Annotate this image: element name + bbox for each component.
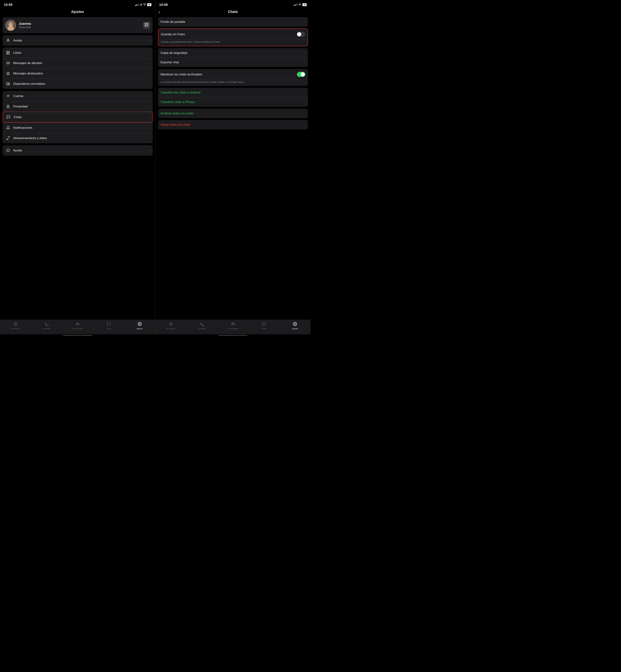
status-time-right: 10:09 (159, 3, 168, 7)
llamadas-icon-right (200, 322, 204, 327)
chats-label: Chats (13, 115, 149, 119)
tab-ajustes-right[interactable]: Ajustes (280, 322, 310, 330)
signal-icon-right (294, 4, 297, 6)
tab-chats-right[interactable]: Chats (248, 322, 280, 330)
tab-label-ajustes-right: Ajustes (292, 328, 298, 330)
privacidad-item[interactable]: Privacidad › (3, 101, 153, 112)
svg-rect-33 (7, 106, 9, 108)
novedades-icon-right (169, 322, 173, 327)
chats-icon (5, 114, 11, 120)
svg-point-39 (14, 322, 17, 326)
account-group: Cuenta › Privacidad › (3, 91, 153, 143)
chats-tab-icon-left (107, 322, 111, 327)
almacenamiento-item[interactable]: Almacenamiento y datos › (3, 133, 153, 143)
tab-novedades-right[interactable]: Novedades (155, 322, 187, 330)
chats-item[interactable]: Chats › (3, 112, 152, 122)
tab-comunidades-left[interactable]: Comunidades (62, 322, 93, 330)
tab-novedades-left[interactable]: Novedades (0, 322, 31, 330)
svg-point-25 (7, 51, 7, 52)
profile-card[interactable]: Juanma Disponible (3, 17, 153, 33)
vaciar-todos-item[interactable]: Vaciar todos los chats (158, 120, 308, 129)
guardar-fotos-label: Guardar en Fotos (161, 33, 297, 36)
battery-badge-right: 32 (302, 3, 306, 6)
tab-bar-right: Novedades Llamadas Comunidades (155, 320, 310, 334)
qr-button[interactable] (143, 22, 150, 29)
ayuda-item[interactable]: Ayuda › (3, 145, 153, 156)
copia-seguridad-item[interactable]: Copia de seguridad › (158, 48, 308, 57)
fondo-group: Fondo de pantalla › (158, 17, 308, 27)
svg-rect-28 (6, 83, 9, 84)
right-header: ‹ Chats (155, 8, 310, 15)
guardar-fotos-toggle[interactable] (297, 32, 305, 37)
avatar-label: Avatar (13, 39, 149, 42)
dispositivos-icon (5, 81, 11, 87)
profile-status: Disponible (19, 26, 140, 29)
right-header-title: Chats (228, 10, 238, 14)
toggle-knob-mantener (301, 72, 305, 77)
comunidades-icon-left (76, 322, 80, 327)
tab-comunidades-right[interactable]: Comunidades (217, 322, 248, 330)
notificaciones-item[interactable]: Notificaciones › (3, 123, 153, 133)
privacidad-label: Privacidad (13, 104, 149, 108)
almacenamiento-label: Almacenamiento y datos (13, 136, 149, 140)
listas-item[interactable]: Listas › (3, 48, 153, 58)
transferir-android-item[interactable]: Transferir los chats a Android (158, 88, 308, 97)
tab-label-novedades-right: Novedades (166, 328, 175, 330)
destacados-item[interactable]: Mensajes destacados › (3, 68, 153, 79)
status-bar-left: 10:09 ⌘ 32 (0, 0, 155, 8)
dispositivos-label: Dispositivos vinculados (13, 82, 149, 86)
cuenta-item[interactable]: Cuenta › (3, 91, 153, 101)
transferir-iphone-item[interactable]: Transferir chats a iPhone (158, 97, 308, 107)
tab-label-ajustes-left: Ajustes (137, 328, 142, 330)
tab-label-chats-left: Chats (106, 328, 111, 330)
ajustes-tab-icon-left (138, 322, 142, 327)
svg-rect-11 (145, 26, 146, 26)
wifi-icon: ⌘ (140, 3, 146, 6)
avatar-chevron: › (149, 39, 150, 42)
listas-icon (5, 50, 11, 56)
tab-label-comunidades-left: Comunidades (72, 328, 83, 330)
guardar-highlight-wrapper: Guardar en Fotos Guarda automáticamente … (158, 29, 308, 46)
tab-label-chats-right: Chats (262, 328, 266, 330)
vaciar-group: Vaciar todos los chats (158, 120, 308, 129)
avatar-icon (5, 38, 11, 43)
llamadas-icon-left (44, 322, 49, 327)
tab-label-comunidades-right: Comunidades (227, 328, 238, 330)
copia-seguridad-label: Copia de seguridad (161, 51, 304, 55)
mantener-archivados-item[interactable]: Mantener los chats archivados (158, 69, 308, 80)
tab-ajustes-left[interactable]: Ajustes (124, 322, 155, 330)
tab-chats-left[interactable]: Chats (93, 322, 124, 330)
profile-info: Juanma Disponible (19, 22, 140, 29)
novedades-icon-left (13, 322, 17, 327)
avatar-item[interactable]: Avatar › (3, 35, 153, 46)
mantener-archivados-label: Mantener los chats archivados (161, 73, 297, 76)
svg-point-43 (76, 322, 78, 324)
svg-point-47 (170, 323, 171, 325)
exportar-chat-item[interactable]: Exportar chat › (158, 57, 308, 67)
status-time-left: 10:09 (4, 3, 12, 7)
tab-llamadas-right[interactable]: Llamadas (186, 322, 217, 330)
avatar-group: Avatar › (3, 35, 153, 46)
fondo-pantalla-item[interactable]: Fondo de pantalla › (158, 17, 308, 27)
archivar-todos-item[interactable]: Archivar todos los chats (158, 109, 308, 118)
tab-label-novedades-left: Novedades (11, 328, 20, 330)
notificaciones-label: Notificaciones (13, 126, 149, 130)
svg-point-50 (294, 323, 296, 325)
back-button[interactable]: ‹ (159, 9, 160, 14)
right-panel: 10:09 32 ‹ Chats Fondo de pantalla › (155, 0, 310, 336)
guardar-fotos-item[interactable]: Guardar en Fotos (158, 29, 308, 40)
svg-point-40 (15, 323, 16, 325)
difusion-item[interactable]: Mensajes de difusión › (3, 58, 153, 68)
listas-label: Listas (13, 51, 149, 54)
mantener-archivados-toggle[interactable] (297, 72, 305, 77)
mantener-archivados-description: Los chats archivados permanecerán archiv… (158, 80, 308, 86)
svg-rect-10 (147, 24, 148, 24)
ayuda-icon (5, 148, 11, 153)
fondo-pantalla-label: Fondo de pantalla (161, 20, 304, 24)
mantener-group: Mantener los chats archivados Los chats … (158, 69, 308, 86)
signal-icon (135, 4, 138, 6)
left-content: Juanma Disponible (0, 15, 155, 320)
svg-point-3 (9, 22, 13, 26)
tab-llamadas-left[interactable]: Llamadas (31, 322, 62, 330)
dispositivos-item[interactable]: Dispositivos vinculados › (3, 79, 153, 89)
